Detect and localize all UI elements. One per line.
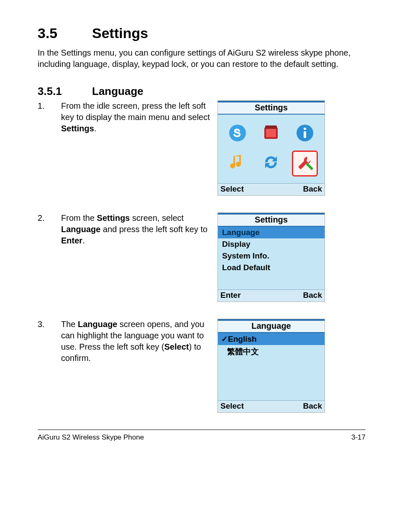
subsection-heading: 3.5.1Language — [38, 85, 366, 98]
screen1-title: Settings — [218, 101, 325, 115]
screen3-softkeys: Select Back — [218, 400, 325, 412]
footer-page-number: 3-17 — [351, 433, 366, 442]
step-2-number: 2. — [38, 212, 61, 246]
step-1-text: 1. From the idle screen, press the left … — [38, 100, 213, 134]
screen3-title: Language — [218, 319, 325, 333]
step-3: 3. The Language screen opens, and you ca… — [38, 319, 366, 413]
step-3-text: 3. The Language screen opens, and you ca… — [38, 319, 213, 364]
screen1-softkeys: Select Back — [218, 183, 325, 195]
settings-item-language[interactable]: Language — [218, 227, 325, 238]
screen2-soft-left[interactable]: Enter — [220, 291, 241, 300]
svg-point-5 — [304, 128, 306, 130]
footer-title: AiGuru S2 Wireless Skype Phone — [38, 433, 144, 442]
step-3-number: 3. — [38, 319, 61, 364]
svg-rect-7 — [306, 163, 313, 170]
step-1-number: 1. — [38, 100, 61, 134]
info-icon[interactable] — [293, 121, 317, 145]
section-number: 3.5 — [38, 25, 92, 41]
screen3-soft-left[interactable]: Select — [220, 402, 244, 411]
phone-screen-settings-list: Settings Language Display System Info. L… — [217, 212, 325, 302]
skype-icon[interactable] — [226, 121, 249, 145]
svg-rect-3 — [265, 125, 277, 129]
step-2-body: From the Settings screen, select Languag… — [61, 212, 213, 246]
contacts-icon[interactable] — [259, 121, 283, 145]
svg-rect-2 — [266, 129, 276, 137]
screen3-soft-right[interactable]: Back — [303, 402, 322, 411]
main-menu-grid — [218, 117, 325, 181]
page-footer: AiGuru S2 Wireless Skype Phone 3-17 — [38, 430, 366, 442]
subsection-title-text: Language — [92, 85, 143, 97]
music-icon[interactable] — [226, 151, 249, 174]
phone-screen-mainmenu: Settings — [217, 100, 325, 196]
intro-paragraph: In the Settings menu, you can configure … — [38, 47, 366, 70]
settings-item-loaddefault[interactable]: Load Default — [218, 262, 325, 274]
section-title-text: Settings — [92, 25, 148, 41]
settings-item-display[interactable]: Display — [218, 238, 325, 250]
svg-rect-6 — [304, 131, 306, 138]
sync-icon[interactable] — [259, 151, 283, 174]
subsection-number: 3.5.1 — [38, 85, 92, 98]
settings-item-systeminfo[interactable]: System Info. — [218, 250, 325, 262]
step-1: 1. From the idle screen, press the left … — [38, 100, 366, 196]
step-2: 2. From the Settings screen, select Lang… — [38, 212, 366, 302]
language-item-chinese[interactable]: 繁體中文 — [218, 345, 325, 358]
check-icon: ✓ — [221, 335, 228, 343]
step-1-body: From the idle screen, press the left sof… — [61, 100, 213, 134]
step-3-body: The Language screen opens, and you can h… — [61, 319, 213, 364]
screen2-softkeys: Enter Back — [218, 289, 325, 302]
screen1-soft-left[interactable]: Select — [220, 184, 244, 194]
screen1-soft-right[interactable]: Back — [303, 184, 322, 194]
language-item-english[interactable]: ✓English — [218, 333, 325, 345]
step-2-text: 2. From the Settings screen, select Lang… — [38, 212, 213, 246]
screen2-title: Settings — [218, 213, 325, 227]
screen2-soft-right[interactable]: Back — [303, 291, 322, 300]
section-heading: 3.5Settings — [38, 25, 366, 41]
phone-screen-language-list: Language ✓English 繁體中文 Select Back — [217, 319, 325, 413]
tools-icon[interactable] — [292, 151, 318, 176]
